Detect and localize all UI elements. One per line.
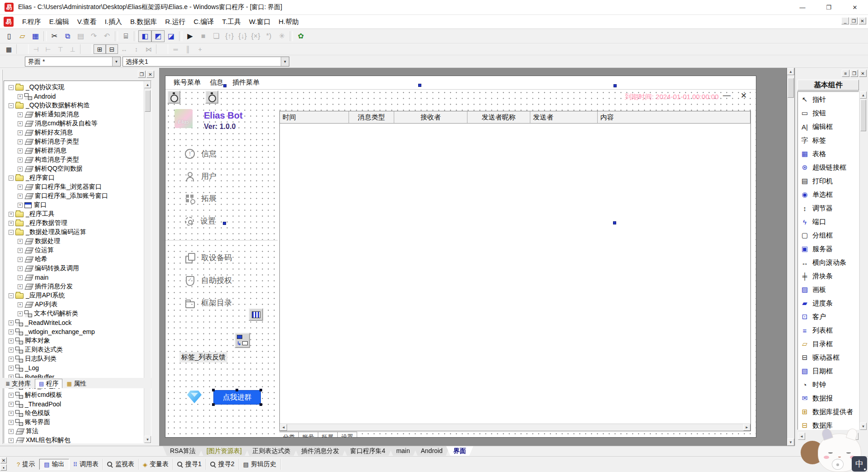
column-header[interactable]: 发送者昵称: [467, 111, 530, 124]
tree-item[interactable]: + _程序工具: [5, 210, 143, 219]
tab-watch-table[interactable]: 监视表: [103, 459, 139, 470]
tree-item[interactable]: + 消息cmd解析及自检等: [5, 119, 143, 128]
expand-toggle[interactable]: +: [18, 248, 23, 253]
align-left-button[interactable]: ⊣: [30, 44, 42, 54]
palette-item[interactable]: ✉ 数据报: [798, 391, 859, 405]
expand-toggle[interactable]: +: [18, 94, 23, 99]
expand-toggle[interactable]: +: [18, 139, 23, 144]
ime-language-button[interactable]: 中: [852, 456, 867, 472]
tree-item[interactable]: + 解析cmd模板: [5, 391, 143, 400]
palette-item[interactable]: ▱ 目录框: [798, 337, 859, 351]
timer-component-icon[interactable]: [205, 91, 218, 104]
tree-item[interactable]: + 窗口程序集_添加账号窗口: [5, 191, 143, 200]
tree-item[interactable]: + 解析好友消息: [5, 128, 143, 137]
tab-main[interactable]: main: [389, 446, 417, 456]
menu-compile[interactable]: C.编译: [189, 16, 218, 28]
menu-edit[interactable]: E.编辑: [45, 16, 73, 28]
expand-toggle[interactable]: +: [18, 112, 23, 117]
tab-plugin-dispatch[interactable]: 插件消息分发: [294, 446, 347, 456]
selection-handle[interactable]: [259, 389, 262, 391]
panel-restore-button[interactable]: ❐: [138, 71, 146, 78]
expand-toggle[interactable]: +: [9, 348, 14, 353]
palette-item[interactable]: ↔ 横向滚动条: [798, 256, 859, 269]
tree-item[interactable]: − _数据处理及编码运算: [5, 228, 143, 237]
palette-close-button[interactable]: ✕: [859, 70, 867, 77]
palette-item[interactable]: ≡ 列表框: [798, 324, 859, 337]
tree-item[interactable]: − _QQ协议实现: [5, 83, 143, 92]
tree-item[interactable]: + 构造消息子类型: [5, 155, 143, 164]
scrollbar-thumb[interactable]: [145, 90, 151, 112]
palette-item[interactable]: ▣ 服务器: [798, 242, 859, 256]
palette-item[interactable]: 字 标签: [798, 133, 859, 147]
same-height-button[interactable]: ║: [182, 44, 194, 54]
invisible-component-client[interactable]: ↳: [235, 333, 250, 348]
selection-handle[interactable]: [418, 84, 421, 87]
separator[interactable]: [134, 31, 137, 41]
tree-item[interactable]: − _程序窗口: [5, 173, 143, 182]
form-canvas[interactable]: 账号菜单信息插件菜单 Elias Elias Bot Ver: 1.0.0 到期…: [165, 76, 756, 438]
form-menu-plugin[interactable]: 插件菜单: [228, 77, 264, 88]
space-vertical-button[interactable]: ↕: [130, 44, 142, 54]
align-bottom-button[interactable]: ⊥: [66, 44, 79, 54]
menu-window[interactable]: W.窗口: [245, 16, 275, 28]
listview-hscrollbar[interactable]: ◄ ►: [280, 424, 750, 431]
palette-item[interactable]: ▨ 画板: [798, 283, 859, 296]
palette-item[interactable]: ⊞ 数据库提供者: [798, 405, 859, 419]
step-into-button[interactable]: {↓}: [236, 30, 249, 42]
workspace-scrollbar[interactable]: ▲ ▼: [787, 68, 794, 446]
selection-handle[interactable]: [613, 84, 617, 87]
expand-toggle[interactable]: +: [9, 212, 14, 217]
form-close-button[interactable]: ✕: [741, 91, 747, 100]
expand-toggle[interactable]: +: [18, 130, 23, 135]
step-over-button[interactable]: {↑}: [223, 30, 236, 42]
tree-item[interactable]: + 解析群消息: [5, 146, 143, 155]
open-file-button[interactable]: ▱: [16, 30, 29, 42]
tree-item[interactable]: + XML组包和解包: [5, 436, 143, 443]
tree-item[interactable]: + 窗口程序集_浏览器窗口: [5, 182, 143, 191]
invisible-component-databar[interactable]: [249, 308, 263, 321]
tab-android[interactable]: Android: [414, 446, 450, 456]
scrollbar-thumb[interactable]: [788, 78, 794, 98]
tab-tips[interactable]: ? 提示: [13, 459, 39, 470]
tab-program[interactable]: ▤ 程序: [35, 379, 62, 388]
expand-toggle[interactable]: +: [18, 167, 23, 172]
separator[interactable]: [290, 31, 293, 41]
tree-item[interactable]: + 插件消息分发: [5, 282, 143, 291]
form-menu-account[interactable]: 账号菜单: [169, 77, 205, 88]
scroll-down-icon[interactable]: ▼: [144, 436, 151, 443]
tab-regex-class[interactable]: 正则表达式类: [245, 446, 298, 456]
run-to-cursor-button[interactable]: *): [262, 30, 275, 42]
nav-info[interactable]: 信息: [185, 148, 217, 159]
menu-program[interactable]: F.程序: [18, 16, 45, 28]
same-width-button[interactable]: ═: [170, 44, 182, 54]
tree-item[interactable]: + 文本代码解析类: [5, 309, 143, 318]
tree-item[interactable]: + 位运算: [5, 246, 143, 255]
scroll-right-icon[interactable]: ►: [743, 424, 750, 431]
nav-device-code[interactable]: 取设备码: [185, 253, 232, 263]
tree-item[interactable]: + 算法: [5, 427, 143, 436]
form-bottom-tab[interactable]: 账号: [299, 432, 318, 438]
stop-button[interactable]: ■: [197, 30, 210, 42]
column-header[interactable]: 内容: [598, 111, 750, 124]
center-vertical-button[interactable]: ⊟: [106, 44, 118, 54]
mdi-minimize-button[interactable]: _: [841, 17, 849, 24]
expand-toggle[interactable]: +: [18, 239, 23, 244]
expand-toggle[interactable]: +: [18, 185, 23, 190]
layout-top-toggle[interactable]: ◩: [151, 30, 165, 42]
expand-toggle[interactable]: +: [18, 121, 23, 126]
scroll-left-icon[interactable]: ◄: [280, 424, 287, 431]
palette-item[interactable]: ▤ 打印机: [798, 174, 859, 188]
tree-item[interactable]: + Android: [5, 92, 143, 101]
expand-toggle[interactable]: +: [18, 284, 23, 289]
palette-restore-button[interactable]: ❐: [850, 70, 858, 77]
pause-button[interactable]: ✳: [275, 30, 288, 42]
expand-toggle[interactable]: +: [9, 429, 14, 434]
menu-tools[interactable]: T.工具: [218, 16, 245, 28]
palette-item[interactable]: ╪ 滑块条: [798, 269, 859, 283]
tree-item[interactable]: + _ThreadPool: [5, 400, 143, 409]
run-button[interactable]: ▶: [184, 30, 197, 42]
copy-button[interactable]: ⧉: [61, 30, 74, 42]
palette-menu-button[interactable]: ≡: [842, 70, 849, 77]
tab-call-table[interactable]: ⠿ 调用表: [69, 459, 104, 470]
palette-item[interactable]: A| 编辑框: [798, 120, 859, 133]
